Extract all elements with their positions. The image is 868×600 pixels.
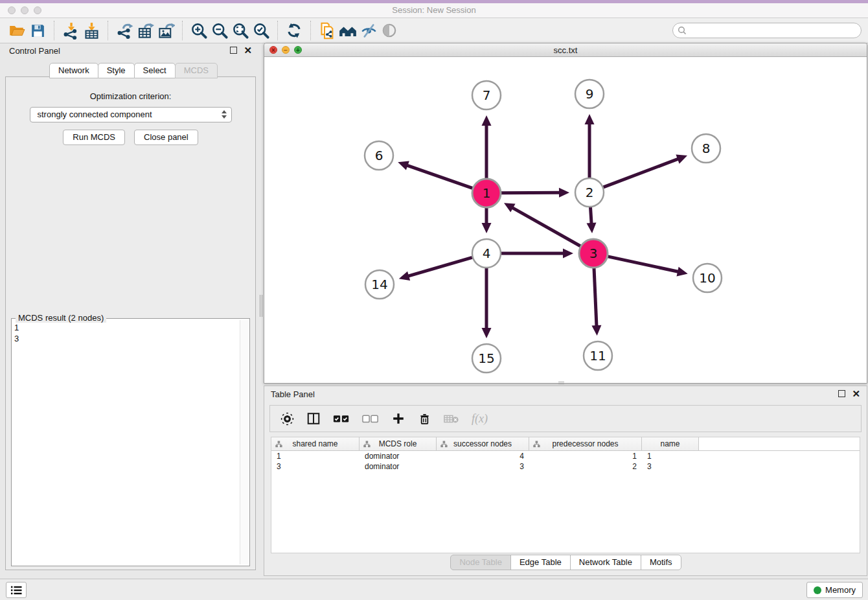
edge-3-1[interactable] [512,207,580,246]
optimization-criterion-dropdown[interactable]: strongly connected component [30,107,232,122]
tab-node-table[interactable]: Node Table [450,555,511,570]
horizontal-splitter-handle[interactable] [558,382,564,384]
column-edit-icon [275,441,282,448]
export-network-icon [116,22,133,40]
first-neighbors-button[interactable] [337,20,358,41]
split-view-button[interactable] [306,411,321,426]
unchecked-boxes-icon [362,413,379,424]
zoom-out-button[interactable] [209,20,230,41]
edge-arrowhead [591,325,601,336]
graph-node-label: 11 [589,348,606,363]
table-cell[interactable]: 1 [529,451,642,461]
tab-mcds[interactable]: MCDS [175,63,218,78]
column-header-predecessor-nodes[interactable]: predecessor nodes [529,437,642,450]
tab-style[interactable]: Style [98,63,135,78]
refresh-icon [286,22,303,39]
dropdown-stepper-icon [222,110,227,119]
mcds-result-list[interactable]: 13 [14,320,239,564]
close-table-panel-icon[interactable]: ✕ [852,389,860,398]
network-window-titlebar[interactable]: × − + scc.txt [264,43,867,57]
search-input[interactable] [672,23,862,38]
zoom-in-button[interactable] [188,20,209,41]
network-canvas[interactable]: 7968124314101511 [264,58,867,383]
table-row[interactable]: 3dominator323 [271,461,860,472]
tab-select[interactable]: Select [134,63,176,78]
float-table-panel-icon[interactable] [838,390,845,397]
export-network-button[interactable] [114,20,135,41]
edge-3-11[interactable] [594,268,597,327]
column-header-shared-name[interactable]: shared name [271,437,360,450]
optimization-criterion-label: Optimization criterion: [6,91,255,101]
column-header-label: successor nodes [453,439,512,448]
control-panel: Control Panel ✕ Network Style Select MCD… [3,43,258,571]
column-header-name[interactable]: name [642,437,699,450]
export-table-button[interactable] [135,20,155,41]
mcds-result-line: 3 [14,333,239,344]
vertical-splitter-handle[interactable] [259,295,263,317]
column-header-successor-nodes[interactable]: successor nodes [437,437,529,450]
tab-motifs[interactable]: Motifs [641,555,681,570]
edge-1-6[interactable] [406,165,472,189]
close-panel-icon[interactable]: ✕ [244,46,252,54]
memory-button[interactable]: Memory [806,582,863,598]
split-view-icon [306,411,321,426]
table-cell[interactable]: 2 [529,461,642,472]
graph-node-label: 1 [483,185,491,201]
column-settings-button[interactable] [280,412,294,426]
task-history-button[interactable] [6,582,27,598]
open-session-button[interactable] [6,20,27,41]
float-panel-icon[interactable] [230,47,237,54]
zoom-selected-icon [253,22,270,40]
column-header-MCDS-role[interactable]: MCDS role [360,437,437,450]
tab-network-table[interactable]: Network Table [570,555,641,570]
node-table-body: 1dominator4113dominator323 [271,451,860,472]
export-image-button[interactable] [155,20,176,41]
refresh-view-button[interactable] [284,20,304,41]
edge-1-2[interactable] [501,192,560,193]
tab-network[interactable]: Network [49,63,98,78]
edge-4-14[interactable] [407,257,472,276]
delete-column-button[interactable] [418,412,431,426]
unselect-all-button[interactable] [362,413,379,424]
table-cell[interactable]: 3 [437,461,529,472]
result-scrollbar[interactable] [240,320,248,564]
delete-table-icon [444,413,459,424]
tab-edge-table[interactable]: Edge Table [510,555,571,570]
edge-2-3[interactable] [590,207,591,224]
edge-2-8[interactable] [604,159,679,187]
table-cell[interactable]: 1 [271,451,360,461]
zoom-selected-button[interactable] [251,20,271,41]
new-network-from-selection-button[interactable] [317,20,337,41]
network-graph[interactable]: 7968124314101511 [264,58,867,384]
table-row[interactable]: 1dominator411 [271,451,860,461]
column-edit-icon [440,441,448,448]
graph-node-label: 9 [586,86,594,102]
table-cell[interactable]: dominator [360,451,437,461]
list-icon [10,585,22,595]
table-cell[interactable]: 1 [642,451,699,461]
select-all-button[interactable] [333,413,350,424]
hide-selected-button[interactable] [358,20,379,41]
edge-3-10[interactable] [608,257,679,272]
zoom-fit-button[interactable] [230,20,251,41]
column-edit-icon [533,441,540,448]
zoom-out-icon [211,22,229,40]
add-column-button[interactable] [391,411,405,426]
table-cell[interactable]: 4 [437,451,529,461]
save-session-button[interactable] [27,20,48,41]
run-mcds-button[interactable]: Run MCDS [63,130,125,145]
graph-node-label: 8 [702,141,711,156]
zoom-in-icon [190,22,208,40]
edge-arrowhead [482,115,492,126]
toolbar-separator [182,21,183,40]
show-all-button[interactable] [379,20,400,41]
import-table-button[interactable] [81,20,102,41]
checked-boxes-icon [333,413,350,424]
close-panel-button[interactable]: Close panel [134,130,198,145]
node-table[interactable]: shared nameMCDS rolesuccessor nodesprede… [271,437,860,553]
import-network-button[interactable] [60,20,81,41]
table-cell[interactable]: dominator [360,461,437,472]
table-cell[interactable]: 3 [271,461,360,472]
memory-label: Memory [825,585,856,595]
table-cell[interactable]: 3 [642,461,699,472]
